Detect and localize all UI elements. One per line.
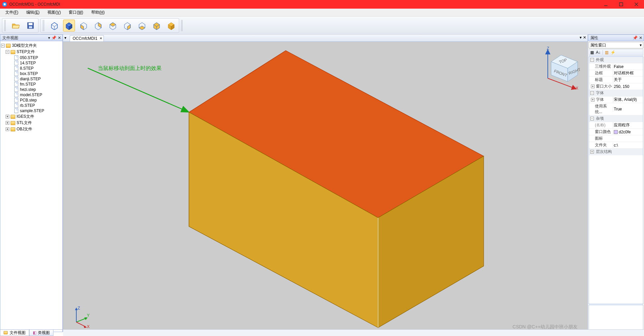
- prop-row[interactable]: (名称)应用程序: [589, 122, 643, 129]
- save-button[interactable]: [25, 20, 36, 31]
- tree-folder-stl[interactable]: STL文件: [1, 120, 62, 126]
- tree-file[interactable]: hezi.step: [1, 87, 62, 92]
- view-right-button[interactable]: [122, 20, 133, 31]
- tree-file[interactable]: 14.STEP: [1, 60, 62, 66]
- menu-view[interactable]: 视图(V): [44, 9, 64, 16]
- view-iso-button[interactable]: [166, 20, 177, 31]
- prop-row[interactable]: 窗口大小250, 150: [589, 83, 643, 90]
- tree-file[interactable]: dianji.STEP: [1, 76, 62, 82]
- svg-text:Z: Z: [78, 306, 80, 310]
- view-front-button[interactable]: [78, 20, 89, 31]
- pin-icon[interactable]: 📌: [633, 35, 638, 40]
- tree-file[interactable]: 050.STEP: [1, 55, 62, 60]
- events-icon[interactable]: ⚡: [610, 50, 615, 55]
- tree-folder-iges[interactable]: IGES文件: [1, 113, 62, 120]
- view-left-button[interactable]: [107, 20, 118, 31]
- tree-folder-step[interactable]: STEP文件: [1, 49, 62, 55]
- menu-edit[interactable]: 编辑(E): [23, 9, 43, 16]
- toolbar-grip[interactable]: [43, 20, 45, 31]
- document-tabs: ▾ OCCmfcMDI1 ✕ ▾ ✕: [63, 34, 588, 42]
- prop-category-appearance[interactable]: 外观: [589, 57, 643, 63]
- tree-folder-obj[interactable]: OBJ文件: [1, 126, 62, 132]
- prop-category-misc[interactable]: 杂项: [589, 115, 643, 122]
- menu-bar: 文件(F) 编辑(E) 视图(V) 窗口(W) 帮助(H): [0, 9, 644, 17]
- toolbar-grip[interactable]: [4, 20, 6, 31]
- svg-rect-1: [4, 3, 6, 5]
- minimize-button[interactable]: [598, 0, 613, 9]
- tab-close-icon[interactable]: ✕: [100, 36, 102, 40]
- svg-rect-8: [29, 26, 32, 28]
- file-tree[interactable]: 3D模型文件夹 STEP文件 050.STEP14.STEP8.STEPbox.…: [0, 41, 63, 332]
- properties-panel: 属性 📌 ✕ 属性窗口▾ ▦ A↓ ▥ ⚡ 外观 三维外观False 边框对话框…: [588, 34, 644, 332]
- alphabetical-icon[interactable]: A↓: [596, 50, 601, 55]
- properties-icon[interactable]: ▥: [605, 50, 608, 55]
- close-button[interactable]: [629, 0, 644, 9]
- svg-marker-30: [84, 325, 87, 328]
- properties-header[interactable]: 属性 📌 ✕: [588, 34, 644, 41]
- close-icon[interactable]: ✕: [58, 35, 61, 40]
- dropdown-icon[interactable]: ▾: [48, 35, 50, 40]
- properties-grid[interactable]: 外观 三维外观False 边框对话框外框 标题关于 窗口大小250, 150 字…: [589, 56, 643, 304]
- prop-row[interactable]: 文件夹c:\: [589, 142, 643, 149]
- tab-dropdown-icon[interactable]: ▾: [64, 35, 66, 40]
- close-icon[interactable]: ✕: [639, 35, 642, 40]
- maximize-button[interactable]: [613, 0, 629, 9]
- prop-row[interactable]: 三维外观False: [589, 63, 643, 70]
- tab-overflow-icon[interactable]: ▾: [580, 35, 582, 40]
- svg-text:Y: Y: [87, 313, 90, 318]
- categorized-icon[interactable]: ▦: [590, 50, 594, 55]
- 3d-scene: [63, 42, 588, 332]
- open-button[interactable]: [10, 20, 22, 31]
- prop-row[interactable]: 窗口颜色d2c0fe: [589, 129, 643, 135]
- tree-file[interactable]: rb.STEP: [1, 103, 62, 108]
- axis-z-label: Z: [547, 46, 549, 51]
- left-panel-tabs: 文件视图 ◧类视图: [0, 329, 63, 336]
- toolbar-view-group: [40, 18, 179, 33]
- prop-row[interactable]: 边框对话框外框: [589, 70, 643, 77]
- tree-file[interactable]: PCB.step: [1, 98, 62, 103]
- tree-file[interactable]: 8.STEP: [1, 66, 62, 71]
- svg-rect-3: [619, 3, 623, 6]
- app-icon: [2, 2, 7, 7]
- file-view-header[interactable]: 文件视图 ▾ 📌 ✕: [0, 34, 63, 41]
- view-top-button[interactable]: [136, 20, 148, 31]
- file-view-title: 文件视图: [2, 35, 18, 41]
- menu-help[interactable]: 帮助(H): [88, 9, 108, 16]
- prop-row[interactable]: 使用系统...True: [589, 103, 643, 115]
- properties-title: 属性: [590, 35, 598, 41]
- window-title: OCCmfcMDI1 - OCCmfcMDI: [9, 2, 598, 7]
- view-back-button[interactable]: [93, 20, 104, 31]
- prop-category-hierarchy[interactable]: 层次结构: [589, 149, 643, 155]
- tree-file[interactable]: model.STEP: [1, 92, 62, 98]
- tree-file[interactable]: sample.STEP: [1, 108, 62, 113]
- view-cube[interactable]: Z X TOP FRONT RIGHT: [538, 45, 584, 92]
- toolbar-file-group: [2, 18, 38, 33]
- prop-row[interactable]: 图标: [589, 135, 643, 142]
- status-bar: [63, 329, 644, 336]
- tab-file-view[interactable]: 文件视图: [0, 330, 29, 336]
- pin-icon[interactable]: 📌: [51, 35, 56, 40]
- tree-file[interactable]: box.STEP: [1, 71, 62, 76]
- prop-row[interactable]: 字体宋体, Arial(9): [589, 97, 643, 103]
- prop-category-font[interactable]: 字体: [589, 90, 643, 97]
- view-wire-button[interactable]: [49, 20, 60, 31]
- menu-file[interactable]: 文件(F): [2, 9, 22, 16]
- view-shaded-button[interactable]: [63, 20, 75, 31]
- tabs-close-icon[interactable]: ✕: [583, 35, 586, 40]
- tree-file[interactable]: fm.STEP: [1, 82, 62, 87]
- 3d-viewport[interactable]: 当鼠标移动到面上时的效果 Z X TOP FRONT RIGHT: [63, 42, 588, 332]
- toolbar: [0, 17, 644, 34]
- chevron-down-icon: ▾: [640, 43, 642, 47]
- toolbar-grip[interactable]: [181, 20, 183, 31]
- tree-root[interactable]: 3D模型文件夹: [1, 42, 62, 49]
- menu-window[interactable]: 窗口(W): [65, 9, 86, 16]
- title-bar: OCCmfcMDI1 - OCCmfcMDI: [0, 0, 644, 9]
- tab-class-view[interactable]: ◧类视图: [29, 330, 53, 336]
- axis-triad: Z Y X: [70, 305, 93, 329]
- prop-row[interactable]: 标题关于: [589, 77, 643, 83]
- class-icon: ◧: [33, 330, 36, 335]
- properties-selector[interactable]: 属性窗口▾: [589, 42, 643, 48]
- document-tab[interactable]: OCCmfcMDI1 ✕: [70, 35, 104, 41]
- view-bottom-button[interactable]: [151, 20, 162, 31]
- properties-description: [589, 305, 643, 331]
